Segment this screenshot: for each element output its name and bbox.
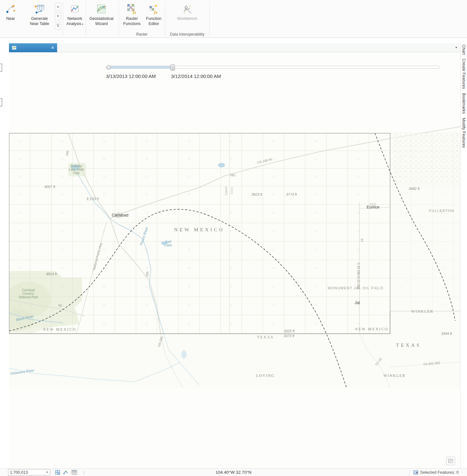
- map-label: NEW MEXICO: [43, 327, 76, 331]
- map-label: 4067 ft: [44, 185, 56, 189]
- collapsed-pane-tab[interactable]: [0, 98, 2, 106]
- status-bar: 1:700,013 ▼: [0, 468, 467, 476]
- function-editor-label: Function Editor: [146, 16, 161, 26]
- map-label: 3923 ft: [251, 192, 263, 196]
- svg-text:::: ::: [18, 140, 21, 143]
- map-canvas[interactable]: ::::::::::::::::::::::::::::::::::::::::…: [9, 52, 460, 468]
- collapsed-left-panel[interactable]: [0, 38, 9, 468]
- ribbon-collapse-button[interactable]: ▼: [55, 22, 61, 30]
- svg-text:::: ::: [18, 267, 21, 269]
- attribute-table-button[interactable]: [72, 470, 77, 475]
- scale-value: 1:700,013: [10, 470, 28, 475]
- ribbon-scroll-up-button[interactable]: ▲: [55, 3, 61, 11]
- svg-text:::: ::: [60, 157, 64, 160]
- snapping-button[interactable]: [63, 470, 69, 475]
- time-slider[interactable]: 3/13/2013 12:00:00 AM 3/12/2014 12:00:00…: [106, 66, 440, 82]
- generate-near-table-label: Generate Near Table: [30, 16, 49, 26]
- right-tab-create-features[interactable]: Create Features: [462, 59, 466, 89]
- svg-text:::: ::: [357, 175, 360, 178]
- right-panel-tabs: ChartCreate FeaturesBookmarksModify Feat…: [460, 43, 467, 468]
- svg-text:::: ::: [272, 175, 275, 178]
- svg-text:::: ::: [103, 322, 106, 325]
- function-editor-button[interactable]: fx Function Editor: [144, 0, 164, 27]
- svg-text:::: ::: [314, 175, 317, 178]
- raster-functions-icon: fx: [126, 2, 137, 16]
- collapsed-pane-tab[interactable]: [0, 64, 2, 72]
- svg-text:::: ::: [103, 157, 106, 160]
- close-icon[interactable]: ✕: [51, 46, 54, 50]
- right-tab-modify-features[interactable]: Modify Features: [462, 118, 466, 148]
- map-label: MONUMENT JAL OIL FIELD: [328, 286, 384, 290]
- svg-text:::: ::: [229, 322, 233, 325]
- svg-text:::: ::: [145, 303, 148, 306]
- svg-text:::: ::: [145, 175, 148, 178]
- svg-text:::: ::: [18, 248, 21, 251]
- map-label: LEA: [230, 187, 233, 194]
- time-slider-end-handle[interactable]: [170, 64, 175, 71]
- map-label: LOVING: [256, 373, 275, 378]
- scale-selector[interactable]: 1:700,013 ▼: [8, 469, 50, 475]
- map-label: 3774 ft: [286, 192, 297, 196]
- svg-text:::: ::: [18, 230, 21, 233]
- svg-text:::: ::: [357, 140, 360, 143]
- svg-text:::: ::: [272, 322, 275, 325]
- generate-near-table-icon: [34, 2, 45, 16]
- svg-text:::: ::: [357, 322, 360, 325]
- ribbon-toolbar: Near Generate Near Table ▲ ▼: [0, 0, 467, 38]
- svg-text:::: ::: [314, 248, 317, 251]
- svg-text:::: ::: [314, 267, 317, 269]
- svg-text:::: ::: [272, 193, 275, 196]
- map-grid-button[interactable]: [55, 470, 60, 475]
- svg-text:::: ::: [60, 248, 64, 251]
- ribbon-group-data-interoperability-label: Data Interoperability: [166, 32, 209, 37]
- svg-text:::: ::: [60, 140, 64, 143]
- map-label: Carlsbad: [112, 213, 128, 217]
- raster-functions-label: Raster Functions: [123, 16, 141, 26]
- tab-list-caret-icon[interactable]: ▾: [455, 46, 457, 49]
- geostatistical-wizard-button[interactable]: Geostatistical Wizard: [87, 0, 116, 27]
- time-slider-start-handle[interactable]: [107, 65, 111, 70]
- svg-text:::: ::: [272, 248, 275, 251]
- map-label: NEW MEXICO: [355, 327, 388, 331]
- selected-features-text: Selected Features: 0: [420, 470, 459, 475]
- map-view-tab[interactable]: ✕: [9, 43, 57, 52]
- svg-text:fx: fx: [133, 10, 136, 14]
- map-label: NEW MEXICO: [174, 227, 225, 232]
- ribbon-group-raster-label: Raster: [119, 32, 164, 37]
- svg-text:::: ::: [187, 285, 191, 288]
- svg-text:::: ::: [103, 285, 106, 288]
- map-viewport[interactable]: ::::::::::::::::::::::::::::::::::::::::…: [9, 52, 460, 468]
- right-tab-bookmarks[interactable]: Bookmarks: [462, 93, 466, 114]
- map-label: EDDY: [225, 186, 228, 195]
- svg-text:::: ::: [145, 140, 148, 143]
- svg-text:::: ::: [60, 285, 64, 288]
- svg-text:::: ::: [229, 248, 233, 251]
- svg-text:::: ::: [229, 285, 233, 288]
- chevron-down-icon: ▼: [46, 471, 48, 474]
- svg-text:::: ::: [187, 193, 191, 196]
- ribbon-separator: [86, 1, 86, 37]
- map-notification-button[interactable]: [446, 457, 455, 465]
- svg-text:::: ::: [103, 248, 106, 251]
- raster-functions-button[interactable]: fx Raster Functions: [122, 0, 142, 27]
- svg-text:::: ::: [314, 285, 317, 288]
- ribbon-scroll-down-button[interactable]: ▼: [55, 12, 61, 20]
- time-slider-track[interactable]: [106, 66, 440, 69]
- workbench-button[interactable]: Workbench: [173, 0, 201, 22]
- time-slider-end-label: 3/12/2014 12:00:00 AM: [171, 73, 221, 79]
- svg-text:::: ::: [18, 175, 21, 178]
- generate-near-table-button[interactable]: Generate Near Table: [28, 0, 51, 27]
- geostatistical-wizard-label: Geostatistical Wizard: [89, 16, 113, 26]
- geostatistical-wizard-icon: [96, 2, 107, 16]
- svg-text:::: ::: [18, 193, 21, 196]
- network-analysis-button[interactable]: Network Analysis▾: [64, 0, 85, 27]
- svg-text:::: ::: [103, 140, 106, 143]
- svg-text:::: ::: [229, 230, 233, 233]
- right-tab-chart[interactable]: Chart: [462, 45, 466, 55]
- svg-text:::: ::: [18, 303, 21, 306]
- svg-text:::: ::: [314, 157, 317, 160]
- svg-text:::: ::: [60, 175, 64, 178]
- svg-text:::: ::: [187, 248, 191, 251]
- near-button[interactable]: Near: [2, 0, 19, 22]
- selected-features-indicator[interactable]: Selected Features: 0: [409, 469, 459, 476]
